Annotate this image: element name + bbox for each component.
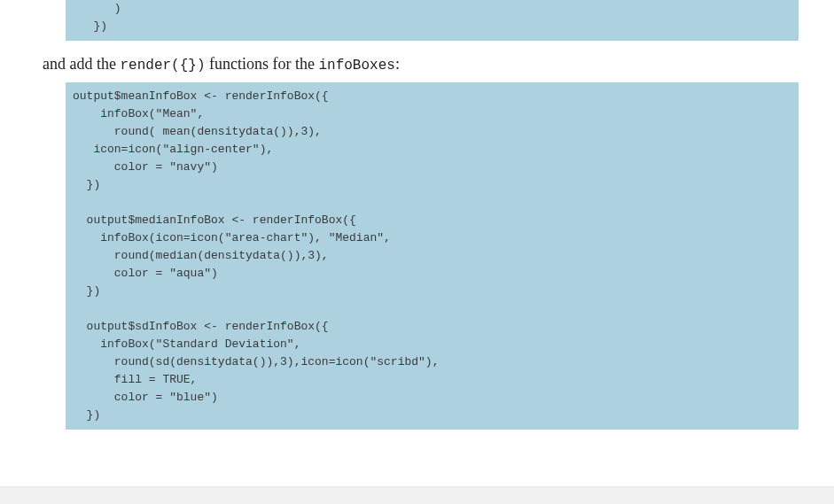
code-block-main: output$meanInfoBox <- renderInfoBox({ in… xyxy=(66,82,799,430)
inline-code-infoboxes: infoBoxes xyxy=(318,58,394,74)
footer-band xyxy=(0,486,834,504)
code-block-prior: ) }) xyxy=(66,0,799,41)
prose-paragraph: and add the render({}) functions for the… xyxy=(43,55,791,74)
prose-text-before: and add the xyxy=(43,55,120,73)
prose-text-mid: functions for the xyxy=(205,55,318,73)
prose-text-after: : xyxy=(395,55,400,73)
inline-code-render: render({}) xyxy=(120,58,205,74)
